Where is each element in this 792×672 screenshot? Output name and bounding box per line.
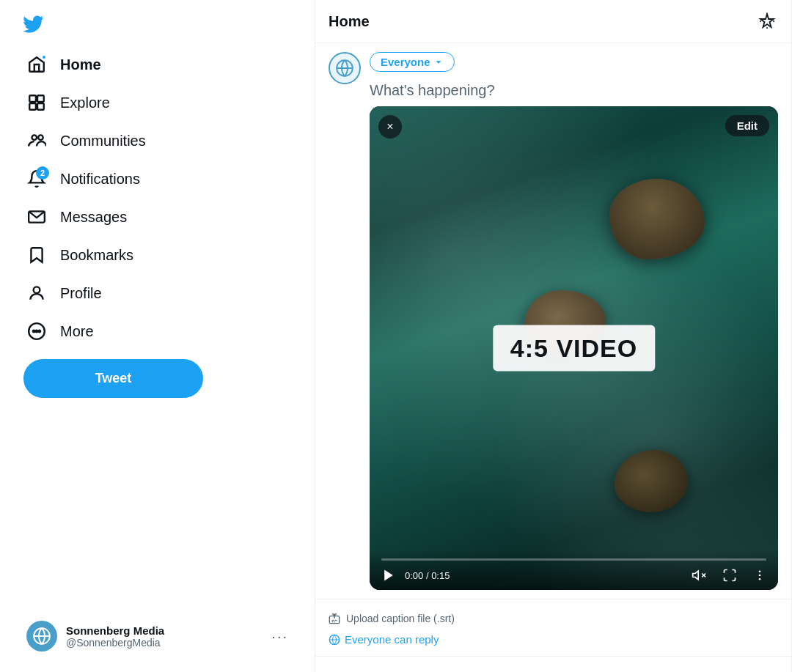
nav-label-notifications: Notifications <box>60 171 140 188</box>
compose-placeholder[interactable]: What's happening? <box>370 82 778 99</box>
nav-label-home: Home <box>60 56 101 73</box>
more-icon <box>26 321 47 341</box>
caption-label: Upload caption file (.srt) <box>346 613 455 624</box>
nav-label-bookmarks: Bookmarks <box>60 247 133 264</box>
home-icon <box>26 54 47 75</box>
bookmarks-icon <box>26 245 47 265</box>
sidebar: Home Explore <box>0 0 315 672</box>
footer-avatar <box>26 621 57 651</box>
main-content: Home Everyone <box>315 0 792 672</box>
edit-video-button[interactable]: Edit <box>725 115 769 136</box>
svg-point-7 <box>34 287 40 293</box>
everyone-reply-label: Everyone can reply <box>345 633 439 646</box>
chevron-down-icon <box>433 57 444 67</box>
svg-rect-3 <box>37 103 44 110</box>
svg-rect-1 <box>37 95 44 102</box>
compose-bottom: Upload caption file (.srt) Everyone can … <box>315 599 791 657</box>
nav-item-more[interactable]: More <box>15 312 106 350</box>
twitter-bird-icon <box>22 13 44 35</box>
compose-row: Everyone What's happening? <box>329 52 778 590</box>
svg-marker-15 <box>693 571 699 580</box>
svg-point-20 <box>759 578 761 580</box>
nav-label-more: More <box>60 323 94 340</box>
globe-icon <box>329 634 340 646</box>
progress-track[interactable] <box>381 558 766 561</box>
compose-avatar <box>329 52 361 84</box>
close-video-button[interactable]: × <box>378 115 402 139</box>
svg-rect-0 <box>29 95 36 102</box>
caption-upload[interactable]: Upload caption file (.srt) <box>329 607 778 630</box>
nav-item-messages[interactable]: Messages <box>15 198 139 236</box>
nav-label-messages: Messages <box>60 209 127 226</box>
svg-point-4 <box>32 135 37 140</box>
footer-handle: @SonnenbergMedia <box>66 637 271 649</box>
explore-icon <box>26 92 47 113</box>
main-nav: Home Explore <box>15 45 300 350</box>
footer-name: Sonnenberg Media <box>66 624 271 637</box>
nav-item-notifications[interactable]: 2 Notifications <box>15 160 152 198</box>
everyone-reply[interactable]: Everyone can reply <box>329 630 778 646</box>
main-header: Home <box>315 0 791 43</box>
footer-more-dots[interactable]: ··· <box>271 628 288 645</box>
more-options-button[interactable] <box>753 569 766 582</box>
nav-label-profile: Profile <box>60 285 102 302</box>
nav-item-bookmarks[interactable]: Bookmarks <box>15 236 145 274</box>
profile-icon <box>26 283 47 303</box>
video-controls: 0:00 / 0:15 <box>370 550 778 590</box>
footer-info: Sonnenberg Media @SonnenbergMedia <box>66 624 271 649</box>
nav-item-profile[interactable]: Profile <box>15 274 114 312</box>
compose-right: Everyone What's happening? <box>370 52 778 590</box>
communities-icon <box>26 130 47 151</box>
fullscreen-button[interactable] <box>722 568 737 583</box>
nav-item-explore[interactable]: Explore <box>15 84 122 122</box>
notification-badge: 2 <box>36 166 49 180</box>
compose-area: Everyone What's happening? <box>315 43 791 599</box>
play-button[interactable] <box>381 568 396 583</box>
video-preview: 4:5 VIDEO × Edit <box>370 106 778 590</box>
page-title: Home <box>329 13 370 30</box>
svg-point-5 <box>38 135 43 140</box>
nav-label-explore: Explore <box>60 95 110 111</box>
audience-label: Everyone <box>381 56 430 68</box>
nav-item-home[interactable]: Home <box>15 45 113 84</box>
mute-button[interactable] <box>692 568 706 583</box>
svg-point-10 <box>36 331 38 333</box>
home-dot <box>41 54 47 60</box>
svg-point-9 <box>33 331 35 333</box>
svg-point-19 <box>759 575 761 577</box>
nav-label-communities: Communities <box>60 133 146 149</box>
svg-point-11 <box>38 331 40 333</box>
messages-icon <box>26 207 47 227</box>
tweet-button[interactable]: Tweet <box>23 359 203 398</box>
audience-selector[interactable]: Everyone <box>370 52 455 72</box>
svg-marker-14 <box>384 570 393 581</box>
video-container: 4:5 VIDEO × Edit <box>370 106 778 590</box>
video-label: 4:5 VIDEO <box>493 325 655 372</box>
time-display: 0:00 / 0:15 <box>405 570 683 581</box>
sidebar-footer[interactable]: Sonnenberg Media @SonnenbergMedia ··· <box>15 612 300 660</box>
nav-item-communities[interactable]: Communities <box>15 122 158 160</box>
sparkle-icon[interactable] <box>756 10 778 32</box>
svg-point-18 <box>759 570 761 572</box>
svg-rect-2 <box>29 103 36 110</box>
twitter-logo[interactable] <box>15 6 51 43</box>
notifications-icon: 2 <box>26 169 47 189</box>
caption-icon <box>329 613 340 624</box>
controls-row: 0:00 / 0:15 <box>381 568 766 583</box>
